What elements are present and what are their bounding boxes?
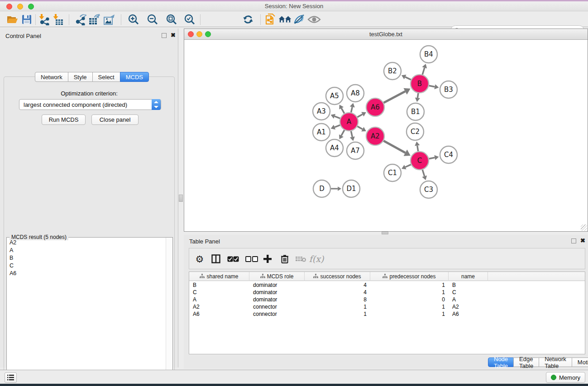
criterion-dropdown[interactable]: largest connected component (directed) bbox=[19, 99, 161, 110]
table-cell[interactable]: C bbox=[189, 289, 249, 296]
edge-B-B1[interactable] bbox=[417, 93, 418, 98]
table-cell[interactable]: connector bbox=[249, 303, 305, 310]
graph-node-B2[interactable]: B2 bbox=[384, 62, 401, 80]
edge-C-C3[interactable] bbox=[422, 170, 424, 176]
zoom-fit-icon[interactable] bbox=[165, 13, 178, 26]
graph-node-A1[interactable]: A1 bbox=[313, 124, 330, 141]
graph-node-A4[interactable]: A4 bbox=[326, 139, 343, 157]
column-view-icon[interactable] bbox=[209, 252, 223, 266]
vertical-splitter-handle[interactable] bbox=[179, 195, 183, 202]
table-cell[interactable]: connector bbox=[249, 310, 305, 318]
clone-network-icon[interactable] bbox=[264, 13, 277, 26]
graph-node-A2[interactable]: A2 bbox=[366, 127, 384, 145]
import-table-icon[interactable] bbox=[51, 13, 65, 26]
close-table-panel-icon[interactable]: ✖ bbox=[580, 238, 585, 243]
table-cell[interactable]: A6 bbox=[189, 310, 249, 318]
table-cell[interactable]: 1 bbox=[305, 303, 370, 310]
edge-C-C4[interactable] bbox=[429, 157, 435, 159]
edge-C-C1[interactable] bbox=[405, 165, 411, 167]
graph-node-C4[interactable]: C4 bbox=[440, 146, 457, 163]
result-list-item[interactable]: B bbox=[7, 254, 166, 262]
edge-A-A2[interactable] bbox=[357, 126, 363, 129]
table-cell[interactable]: C bbox=[449, 289, 488, 296]
result-list-item[interactable]: C bbox=[7, 262, 166, 269]
table-cell[interactable]: 1 bbox=[370, 310, 449, 318]
tab-style[interactable]: Style bbox=[68, 72, 93, 82]
task-history-button[interactable] bbox=[5, 372, 17, 383]
window-resize-grip[interactable] bbox=[581, 224, 587, 231]
edge-B-B3[interactable] bbox=[429, 86, 435, 87]
result-list-scrollbar[interactable] bbox=[166, 238, 172, 386]
table-row[interactable]: Cdominator41C bbox=[189, 289, 585, 296]
table-cell[interactable]: 4 bbox=[305, 289, 370, 296]
table-cell[interactable]: 0 bbox=[370, 296, 449, 303]
select-all-columns-icon[interactable] bbox=[226, 252, 240, 266]
birds-eye-view-icon[interactable] bbox=[278, 13, 292, 26]
show-graphics-eye-icon[interactable] bbox=[307, 13, 321, 26]
graph-node-B[interactable]: B bbox=[411, 75, 429, 93]
float-table-panel-icon[interactable] bbox=[571, 238, 576, 243]
network-window-titlebar[interactable]: testGlobe.txt bbox=[184, 29, 588, 40]
add-column-icon[interactable] bbox=[261, 252, 274, 266]
edge-A-A1[interactable] bbox=[335, 125, 340, 127]
save-session-icon[interactable] bbox=[20, 13, 33, 26]
tab-select[interactable]: Select bbox=[92, 72, 120, 82]
edge-A-A3[interactable] bbox=[335, 116, 340, 119]
edge-A2-C[interactable] bbox=[383, 141, 405, 152]
column-header-MCDS-role[interactable]: MCDS role bbox=[249, 272, 305, 281]
graph-node-A6[interactable]: A6 bbox=[366, 98, 384, 116]
table-row[interactable]: Adominator80A bbox=[189, 296, 585, 303]
tab-node-table[interactable]: Node Table bbox=[488, 357, 514, 367]
column-header-shared-name[interactable]: shared name bbox=[189, 272, 249, 281]
graph-node-A5[interactable]: A5 bbox=[326, 87, 343, 105]
table-cell[interactable]: A bbox=[189, 296, 249, 303]
node-table[interactable]: shared nameMCDS rolesuccessor nodesprede… bbox=[189, 272, 585, 354]
edge-A-A6[interactable] bbox=[357, 114, 363, 117]
graph-node-C3[interactable]: C3 bbox=[420, 181, 437, 198]
table-cell[interactable]: 8 bbox=[305, 296, 370, 303]
result-list-item[interactable]: A2 bbox=[7, 238, 166, 246]
table-cell[interactable]: 1 bbox=[370, 303, 449, 310]
graph-node-A8[interactable]: A8 bbox=[347, 85, 364, 102]
table-cell[interactable]: A2 bbox=[449, 303, 488, 310]
table-cell[interactable]: dominator bbox=[249, 281, 305, 289]
graph-node-C2[interactable]: C2 bbox=[406, 123, 424, 140]
export-table-icon[interactable] bbox=[88, 13, 101, 26]
tab-mcds[interactable]: MCDS bbox=[120, 72, 149, 82]
graph-node-D1[interactable]: D1 bbox=[343, 180, 360, 197]
graph-node-B1[interactable]: B1 bbox=[407, 103, 424, 120]
graph-node-B3[interactable]: B3 bbox=[440, 81, 457, 98]
tab-network-table[interactable]: Network Table bbox=[539, 357, 572, 367]
mcds-result-list[interactable]: A2ABCA6 bbox=[7, 238, 166, 386]
close-panel-icon[interactable]: ✖ bbox=[171, 33, 176, 38]
unselect-all-columns-icon[interactable] bbox=[245, 252, 258, 266]
graph-node-C1[interactable]: C1 bbox=[384, 164, 401, 181]
run-mcds-button[interactable]: Run MCDS bbox=[42, 114, 86, 125]
delete-table-icon[interactable] bbox=[294, 252, 308, 266]
edge-B-B2[interactable] bbox=[405, 77, 411, 80]
edge-B-B4[interactable] bbox=[422, 68, 425, 75]
graph-node-D[interactable]: D bbox=[313, 180, 330, 197]
open-file-icon[interactable] bbox=[5, 13, 19, 26]
column-header-name[interactable]: name bbox=[449, 272, 488, 281]
table-cell[interactable]: 4 bbox=[305, 281, 370, 289]
edge-C-C2[interactable] bbox=[417, 146, 418, 152]
table-cell[interactable]: dominator bbox=[249, 296, 305, 303]
zoom-out-icon[interactable] bbox=[146, 13, 159, 26]
table-cell[interactable]: A bbox=[449, 296, 488, 303]
graph-node-C[interactable]: C bbox=[411, 152, 429, 170]
table-cell[interactable]: 1 bbox=[370, 289, 449, 296]
tab-motifs[interactable]: Motifs bbox=[572, 357, 588, 367]
float-panel-icon[interactable] bbox=[162, 33, 167, 38]
delete-column-icon[interactable] bbox=[278, 252, 292, 266]
graph-node-B4[interactable]: B4 bbox=[420, 46, 437, 63]
horizontal-splitter-handle[interactable] bbox=[382, 232, 388, 234]
graph-node-A3[interactable]: A3 bbox=[313, 103, 330, 120]
table-row[interactable]: A6connector11A6 bbox=[189, 310, 585, 318]
zoom-selected-icon[interactable] bbox=[183, 13, 196, 26]
zoom-in-icon[interactable] bbox=[127, 13, 140, 26]
table-options-icon[interactable]: ⚙ bbox=[193, 252, 206, 266]
table-row[interactable]: Bdominator41B bbox=[189, 281, 585, 289]
table-cell[interactable]: A2 bbox=[189, 303, 249, 310]
table-row[interactable]: A2connector11A2 bbox=[189, 303, 585, 310]
